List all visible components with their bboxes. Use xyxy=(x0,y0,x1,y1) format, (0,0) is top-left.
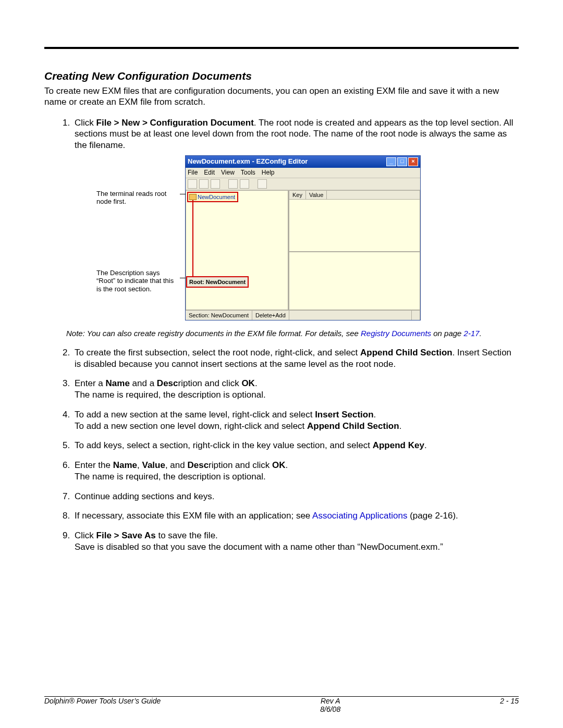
toolbar-sep2 xyxy=(251,179,255,189)
intro-paragraph: To create new EXM files that are configu… xyxy=(44,85,519,108)
kv-header: Key Value xyxy=(289,190,420,200)
s5ak: Append Key xyxy=(373,440,424,450)
s9b: to save the file. xyxy=(156,530,218,540)
s4a: To add a new section at the same level, … xyxy=(75,410,315,419)
s6name: Name xyxy=(113,460,137,470)
s6val: Value xyxy=(142,460,165,470)
tree-root-node[interactable]: NewDocument xyxy=(187,192,238,202)
footer-rev: Rev A xyxy=(321,697,340,705)
step1-menu-path: File > New > Configuration Document xyxy=(96,118,254,128)
s2b: Append Child Section xyxy=(360,348,452,357)
callout-root-first: The terminal reads root node first. xyxy=(96,190,180,206)
s8b: (page 2-16). xyxy=(407,511,458,521)
callout-root-desc: The Description says “Root” to indicate … xyxy=(96,269,180,293)
note-page-link[interactable]: 2-17 xyxy=(464,329,480,338)
s9line2: Save is disabled so that you save the do… xyxy=(75,542,443,552)
menu-tools[interactable]: Tools xyxy=(241,169,255,177)
titlebar: NewDocument.exm - EZConfig Editor _ □ × xyxy=(186,156,420,168)
minimize-icon[interactable]: _ xyxy=(386,157,396,166)
tool-icon-c[interactable] xyxy=(258,179,267,189)
menu-edit[interactable]: Edit xyxy=(204,169,215,177)
menu-file[interactable]: File xyxy=(188,169,198,177)
s4d: . xyxy=(399,421,402,431)
s6e: . xyxy=(285,460,288,470)
note: Note: You can also create registry docum… xyxy=(66,329,519,339)
titlebar-text: NewDocument.exm - EZConfig Editor xyxy=(188,157,308,166)
s5a: To add keys, select a section, right-cli… xyxy=(75,440,373,450)
title-doc: NewDocument.exm xyxy=(188,157,250,165)
s6d: ription and click xyxy=(209,460,272,470)
note-mid: on page xyxy=(431,329,464,338)
note-tail: . xyxy=(480,329,482,338)
footer-left: Dolphin® Power Tools User’s Guide xyxy=(44,697,161,705)
s3line2: The name is required, the description is… xyxy=(75,390,266,400)
s8a: If necessary, associate this EXM file wi… xyxy=(75,511,312,521)
s5b: . xyxy=(424,440,427,450)
step-7: Continue adding sections and keys. xyxy=(72,491,519,502)
window-buttons: _ □ × xyxy=(386,157,418,166)
step-4: To add a new section at the same level, … xyxy=(72,409,519,432)
step-2: To create the first subsection, select t… xyxy=(72,347,519,370)
footer: Dolphin® Power Tools User’s Guide Rev A … xyxy=(44,697,519,713)
toolbar xyxy=(186,178,420,190)
close-icon[interactable]: × xyxy=(408,157,418,166)
root-description-box: Root: NewDocument xyxy=(186,276,249,288)
s6desc: Desc xyxy=(187,460,209,470)
maximize-icon[interactable]: □ xyxy=(397,157,407,166)
menu-bar: File Edit View Tools Help xyxy=(186,168,420,178)
figure: The terminal reads root node first. The … xyxy=(96,155,519,320)
menu-help[interactable]: Help xyxy=(262,169,275,177)
panes: NewDocument Root: NewDocument Key Value xyxy=(186,190,420,310)
steps-list-cont: To create the first subsection, select t… xyxy=(44,347,519,553)
step-6: Enter the Name, Value, and Description a… xyxy=(72,460,519,483)
s6c: , and xyxy=(165,460,188,470)
tool-icon-b[interactable] xyxy=(240,179,249,189)
callouts: The terminal reads root node first. The … xyxy=(96,155,185,320)
s6a: Enter the xyxy=(75,460,113,470)
step-1: Click File > New > Configuration Documen… xyxy=(72,117,519,321)
footer-center: Rev A 8/6/08 xyxy=(320,697,340,713)
steps-list: Click File > New > Configuration Documen… xyxy=(44,117,519,321)
s3d: . xyxy=(255,378,258,388)
s8link[interactable]: Associating Applications xyxy=(312,511,407,521)
top-rule xyxy=(44,47,519,49)
status-section: Section: NewDocument xyxy=(186,311,252,320)
status-bar: Section: NewDocument Delete+Add xyxy=(186,310,420,320)
kv-list[interactable] xyxy=(289,200,420,252)
tool-save-icon[interactable] xyxy=(211,179,220,189)
note-lead: Note: You can also create registry docum… xyxy=(66,329,361,338)
kv-detail[interactable] xyxy=(289,252,420,310)
tree-pane[interactable]: NewDocument Root: NewDocument xyxy=(186,190,289,310)
tool-new-icon[interactable] xyxy=(188,179,197,189)
s3ok: OK xyxy=(241,378,255,388)
s3desc: Desc xyxy=(157,378,178,388)
section-heading: Creating New Configuration Documents xyxy=(44,70,519,82)
s4b: . xyxy=(374,410,376,419)
step-3: Enter a Name and a Description and click… xyxy=(72,378,519,401)
footer-right: 2 - 15 xyxy=(500,697,519,705)
s4ins: Insert Section xyxy=(315,410,373,419)
s3a: Enter a xyxy=(75,378,106,388)
s6line2: The name is required, the description is… xyxy=(75,472,266,482)
s3name: Name xyxy=(106,378,130,388)
menu-view[interactable]: View xyxy=(221,169,235,177)
tool-open-icon[interactable] xyxy=(199,179,209,189)
s4c: To add a new section one level down, rig… xyxy=(75,421,307,431)
s3b: and a xyxy=(130,378,157,388)
note-link-registry[interactable]: Registry Documents xyxy=(361,329,431,338)
app-window: NewDocument.exm - EZConfig Editor _ □ × … xyxy=(185,155,421,320)
step-5: To add keys, select a section, right-cli… xyxy=(72,440,519,451)
red-connector xyxy=(192,200,193,279)
tool-icon-a[interactable] xyxy=(228,179,238,189)
s2a: To create the first subsection, select t… xyxy=(75,348,360,357)
status-fill xyxy=(289,311,412,320)
status-grip xyxy=(412,311,420,320)
keyvalue-pane: Key Value xyxy=(289,190,420,310)
s3c: ription and click xyxy=(178,378,242,388)
step-9: Click File > Save As to save the file. S… xyxy=(72,530,519,553)
s9path: File > Save As xyxy=(96,530,156,540)
status-mode: Delete+Add xyxy=(252,311,289,320)
step1-prefix: Click xyxy=(75,118,96,128)
kv-col-value: Value xyxy=(306,191,327,199)
toolbar-sep xyxy=(222,179,226,189)
